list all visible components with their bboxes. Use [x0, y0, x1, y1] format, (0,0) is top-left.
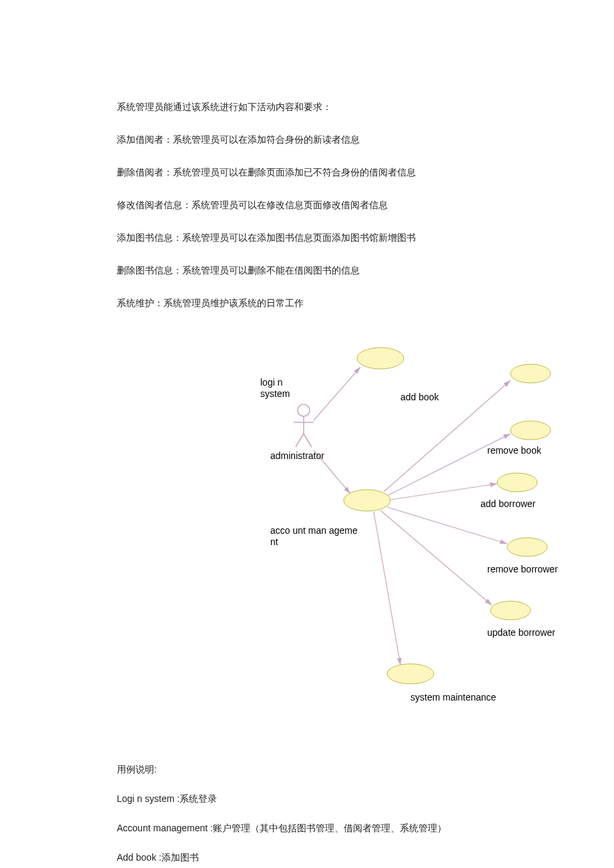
item-mod-borrower: 修改借阅者信息：系统管理员可以在修改信息页面修改借阅者信息 — [117, 198, 497, 212]
usecase-remove-book — [511, 421, 551, 440]
edge-account-removebook — [387, 434, 511, 496]
svg-line-3 — [296, 434, 304, 447]
intro-text: 系统管理员能通过该系统进行如下活动内容和要求： — [117, 100, 497, 114]
label-add-borrower: add borrower — [481, 498, 536, 509]
explain-heading: 用例说明: — [117, 764, 497, 776]
item-del-book: 删除图书信息：系统管理员可以删除不能在借阅图书的信息 — [117, 264, 497, 278]
explain-addbook: Add book :添加图书 — [117, 852, 497, 864]
usecase-account-management — [344, 490, 390, 511]
edge-account-removeborrower — [387, 507, 507, 544]
svg-line-4 — [304, 434, 312, 447]
item-del-borrower: 删除借阅者：系统管理员可以在删除页面添加已不符合身份的借阅者信息 — [117, 165, 497, 179]
usecase-login-system — [357, 348, 404, 369]
edge-account-updateborrower — [380, 510, 492, 605]
label-account-management: acco unt man agement — [270, 525, 374, 548]
label-remove-book: remove book — [487, 445, 541, 456]
edge-actor-login — [314, 367, 360, 420]
item-add-book: 添加图书信息：系统管理员可以在添加图书信息页面添加图书馆新增图书 — [117, 231, 497, 245]
usecase-misc-top-right — [511, 364, 551, 383]
label-administrator: administrator — [270, 450, 324, 461]
usecase-system-maintenance — [387, 664, 434, 684]
use-case-diagram: logi nsystem add book administrator remo… — [117, 344, 497, 737]
usecase-remove-borrower — [507, 538, 547, 556]
explain-account: Account management :账户管理（其中包括图书管理、借阅者管理、… — [117, 823, 497, 835]
usecase-add-borrower — [497, 473, 537, 492]
explain-login: Logi n system :系统登录 — [117, 793, 497, 805]
item-add-borrower: 添加借阅者：系统管理员可以在添加符合身份的新读者信息 — [117, 133, 497, 147]
item-sys-maint: 系统维护：系统管理员维护该系统的日常工作 — [117, 296, 497, 310]
edge-account-sysmaint — [374, 512, 400, 665]
label-system-maintenance: system maintenance — [410, 692, 496, 703]
label-add-book: add book — [400, 392, 439, 402]
svg-point-0 — [298, 404, 310, 416]
label-update-borrower: update borrower — [487, 627, 555, 638]
label-login-system: logi nsystem — [260, 377, 300, 400]
usecase-update-borrower — [491, 601, 531, 620]
actor-icon — [294, 404, 314, 447]
label-remove-borrower: remove borrower — [487, 564, 558, 574]
